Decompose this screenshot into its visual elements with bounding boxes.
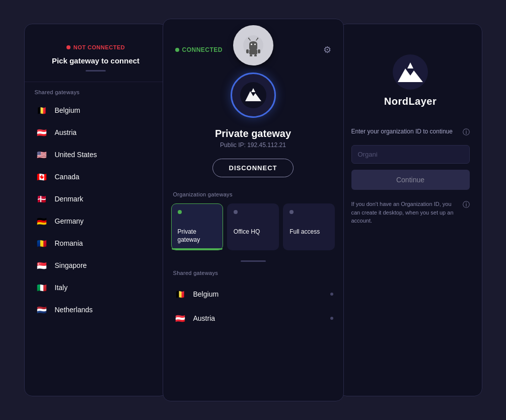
green-dot	[175, 48, 179, 52]
panel-left: NOT CONNECTED Pick gateway to connect Sh…	[24, 24, 168, 396]
list-item[interactable]: 🇦🇹 Austria	[163, 306, 343, 330]
country-name: Belgium	[55, 106, 81, 114]
panel-right: NordLayer Enter your organization ID to …	[339, 24, 482, 396]
inactive-dot	[234, 210, 238, 214]
svg-point-5	[257, 38, 258, 39]
list-item[interactable]: 🇧🇪 Belgium	[163, 282, 343, 306]
gateway-name: Private gateway	[163, 128, 343, 139]
country-name: Denmark	[55, 195, 84, 203]
list-item[interactable]: 🇮🇹 Italy	[25, 276, 167, 299]
country-name: Canada	[55, 173, 80, 181]
flag-romania: 🇷🇴	[35, 238, 49, 248]
org-gateway-card-private[interactable]: Privategateway	[171, 203, 223, 250]
svg-rect-11	[250, 54, 252, 56]
flag-us: 🇺🇸	[35, 150, 49, 160]
scroll-indicator	[86, 70, 106, 72]
list-item[interactable]: 🇩🇰 Denmark	[25, 188, 167, 210]
flag-canada: 🇨🇦	[35, 172, 49, 182]
svg-rect-10	[258, 49, 260, 53]
continue-button[interactable]: Continue	[351, 170, 470, 190]
org-id-input[interactable]	[351, 145, 470, 164]
vpn-circle	[231, 73, 276, 118]
list-item[interactable]: 🇦🇹 Austria	[25, 121, 167, 144]
svg-point-7	[254, 44, 256, 45]
info-icon-secondary[interactable]: ⓘ	[463, 200, 470, 209]
country-name: Belgium	[193, 290, 324, 298]
connected-badge: CONNECTED	[175, 46, 223, 53]
panel-right-inner: NordLayer Enter your organization ID to …	[339, 24, 482, 237]
country-list: 🇧🇪 Belgium 🇦🇹 Austria 🇺🇸 United States 🇨…	[25, 99, 167, 321]
svg-rect-8	[249, 49, 257, 54]
country-name: Italy	[55, 284, 68, 292]
mountain-logo-icon	[240, 82, 266, 108]
shared-section: Shared gateways 🇧🇪 Belgium 🇦🇹 Austria	[163, 270, 343, 330]
country-name: Romania	[55, 239, 83, 247]
card-label: Full access	[290, 228, 328, 236]
nordlayer-mountain-icon	[393, 54, 428, 90]
country-name: Singapore	[55, 261, 87, 269]
form-instruction: Enter your organization ID to continue	[351, 127, 460, 136]
flag-austria: 🇦🇹	[173, 313, 187, 323]
svg-point-13	[393, 54, 428, 90]
info-icon[interactable]: ⓘ	[463, 128, 470, 137]
svg-point-6	[251, 44, 252, 45]
org-gateway-card-full[interactable]: Full access	[283, 203, 335, 250]
org-id-form: Enter your organization ID to continue ⓘ…	[351, 127, 470, 225]
list-item[interactable]: 🇸🇬 Singapore	[25, 254, 167, 276]
list-item[interactable]: 🇨🇦 Canada	[25, 166, 167, 188]
shared-gateways-section-label: Shared gateways	[163, 270, 343, 282]
shared-gateways-label: Shared gateways	[25, 82, 167, 99]
android-badge	[233, 25, 273, 65]
nordlayer-logo: NordLayer	[384, 54, 437, 107]
country-name: Austria	[55, 128, 77, 136]
no-org-id-text: If you don't have an Organization ID, yo…	[351, 200, 460, 225]
vpn-logo-container	[163, 67, 343, 128]
red-dot	[66, 45, 70, 49]
country-name: Netherlands	[55, 306, 93, 314]
country-name: Germany	[55, 217, 84, 225]
no-org-id-row: If you don't have an Organization ID, yo…	[351, 200, 470, 225]
svg-point-3	[248, 38, 249, 39]
not-connected-text: NOT CONNECTED	[74, 44, 125, 50]
left-panel-header: NOT CONNECTED Pick gateway to connect	[25, 24, 167, 82]
row-indicator-dot	[330, 317, 333, 320]
svg-rect-12	[254, 54, 257, 56]
row-indicator-dot	[330, 293, 333, 296]
screens-container: NOT CONNECTED Pick gateway to connect Sh…	[0, 0, 506, 420]
flag-belgium: 🇧🇪	[173, 289, 187, 299]
card-label: Privategateway	[178, 228, 216, 244]
country-name: Austria	[193, 314, 324, 322]
public-ip-label: Public IP: 192.45.112.21	[163, 142, 343, 149]
flag-belgium: 🇧🇪	[35, 105, 49, 115]
card-label: Office HQ	[234, 228, 272, 236]
list-item[interactable]: 🇳🇱 Netherlands	[25, 299, 167, 321]
country-name: United States	[55, 151, 97, 159]
connected-text: CONNECTED	[182, 46, 223, 53]
panel-center: CONNECTED ⚙ Private gateway Public IP: 1…	[163, 19, 344, 401]
list-item[interactable]: 🇷🇴 Romania	[25, 232, 167, 254]
flag-italy: 🇮🇹	[35, 283, 49, 293]
flag-germany: 🇩🇪	[35, 216, 49, 226]
list-item[interactable]: 🇧🇪 Belgium	[25, 99, 167, 121]
flag-austria: 🇦🇹	[35, 127, 49, 137]
org-gateway-card-office[interactable]: Office HQ	[227, 203, 279, 250]
disconnect-button[interactable]: DISCONNECT	[212, 159, 294, 177]
list-item[interactable]: 🇺🇸 United States	[25, 144, 167, 166]
pick-gateway-text: Pick gateway to connect	[35, 56, 157, 65]
not-connected-badge: NOT CONNECTED	[35, 44, 157, 50]
list-item[interactable]: 🇩🇪 Germany	[25, 210, 167, 232]
active-dot	[178, 210, 182, 214]
org-gateways-label: Organization gateways	[163, 191, 343, 203]
gear-icon[interactable]: ⚙	[323, 44, 331, 55]
active-bar	[172, 248, 223, 250]
svg-point-0	[240, 82, 266, 108]
svg-rect-9	[246, 49, 249, 53]
form-instruction-row: Enter your organization ID to continue ⓘ	[351, 127, 470, 137]
android-robot-icon	[242, 34, 264, 56]
scroll-indicator-center	[241, 260, 266, 262]
inactive-dot	[290, 210, 294, 214]
nordlayer-wordmark: NordLayer	[384, 96, 437, 107]
flag-netherlands: 🇳🇱	[35, 305, 49, 315]
flag-singapore: 🇸🇬	[35, 260, 49, 270]
flag-denmark: 🇩🇰	[35, 194, 49, 204]
